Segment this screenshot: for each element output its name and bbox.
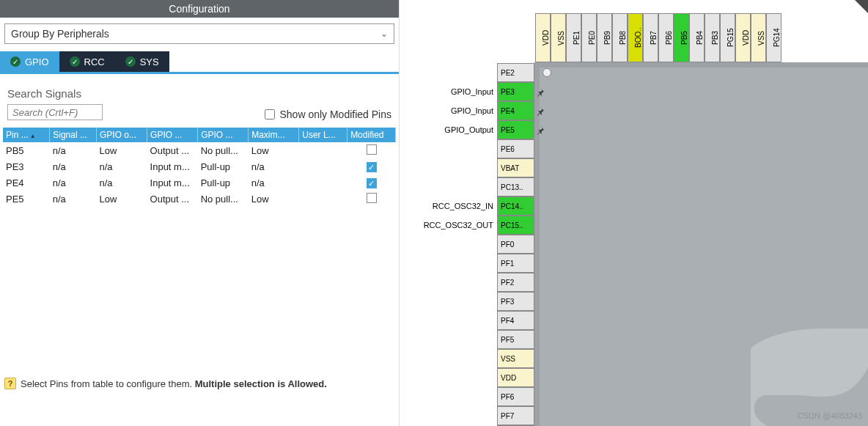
left-pin-row: PE2 — [497, 63, 534, 82]
table-row[interactable]: PE5n/aLowOutput ...No pull...Low — [3, 191, 396, 207]
top-pin-boo..[interactable]: BOO.. — [628, 13, 643, 62]
top-pin-pe1[interactable]: PE1 — [566, 13, 581, 62]
check-icon: ✓ — [125, 56, 136, 67]
show-modified-toggle[interactable]: Show only Modified Pins — [265, 109, 391, 120]
table-row[interactable]: PE4n/an/aInput m...Pull-upn/a✓ — [3, 175, 396, 191]
left-pin-row: PF5 — [497, 330, 534, 349]
search-title: Search Signals — [7, 87, 103, 100]
group-by-dropdown[interactable]: Group By Peripherals ⌄ — [4, 23, 394, 44]
st-logo-icon — [751, 316, 868, 426]
cell: n/a — [97, 175, 147, 191]
left-pin-pc13.[interactable]: PC13.. — [497, 177, 534, 197]
cell: Output ... — [147, 142, 198, 158]
checkbox-icon[interactable]: ✓ — [367, 162, 377, 172]
left-pin-vdd[interactable]: VDD — [497, 368, 534, 387]
tab-sys[interactable]: ✓ SYS — [115, 51, 169, 72]
left-pin-vss[interactable]: VSS — [497, 349, 534, 368]
top-pin-pb8[interactable]: PB8 — [612, 13, 628, 62]
left-pin-pc15.[interactable]: PC15.. — [497, 216, 534, 235]
watermark: CSDN @4083243 — [798, 411, 862, 420]
pushpin-icon — [536, 87, 545, 100]
top-pin-pb4[interactable]: PB4 — [689, 13, 705, 62]
tab-gpio[interactable]: ✓ GPIO — [0, 51, 59, 72]
check-icon: ✓ — [10, 56, 21, 67]
pin-function-label: RCC_OSC32_IN — [409, 202, 493, 210]
chevron-down-icon: ⌄ — [380, 29, 388, 39]
left-pin-row: GPIO_InputPE3 — [497, 82, 534, 101]
show-modified-label: Show only Modified Pins — [279, 109, 391, 120]
left-pin-row: VDD — [497, 368, 534, 387]
left-pin-pe3[interactable]: PE3 — [497, 82, 534, 101]
periph-tabs: ✓ GPIO ✓ RCC ✓ SYS — [0, 51, 399, 74]
hint-text: Select Pins from table to configure them… — [21, 378, 195, 389]
left-pin-pe4[interactable]: PE4 — [497, 101, 534, 120]
checkbox-icon[interactable] — [367, 144, 377, 155]
left-pin-row: PF7 — [497, 406, 534, 425]
config-title: Configuration — [0, 0, 399, 18]
pushpin-icon — [536, 106, 545, 119]
checkbox-icon[interactable] — [367, 193, 377, 203]
left-pin-pf4[interactable]: PF4 — [497, 311, 534, 330]
left-pin-pf6[interactable]: PF6 — [497, 387, 534, 406]
left-pin-pf2[interactable]: PF2 — [497, 273, 534, 292]
top-pin-vdd[interactable]: VDD — [535, 13, 551, 62]
top-pin-pg15[interactable]: PG15 — [720, 13, 735, 62]
left-pin-pf1[interactable]: PF1 — [497, 254, 534, 273]
col-header[interactable]: Modified — [347, 128, 396, 142]
left-pin-pc14.[interactable]: PC14.. — [497, 197, 534, 216]
table-row[interactable]: PE3n/an/aInput m...Pull-upn/a✓ — [3, 158, 396, 175]
top-pin-strip: VDDVSSPE1PE0PB9PB8BOO..PB7PB6PB5PB4PB3PG… — [535, 13, 781, 62]
left-pin-pf7[interactable]: PF7 — [497, 406, 534, 425]
left-pin-pe6[interactable]: PE6 — [497, 139, 534, 158]
collapse-icon[interactable] — [855, 0, 868, 13]
top-pin-vdd[interactable]: VDD — [735, 13, 751, 62]
cell: n/a — [50, 142, 97, 158]
col-header[interactable]: GPIO ... — [198, 128, 249, 142]
left-pin-vbat[interactable]: VBAT — [497, 158, 534, 177]
cell: PE4 — [3, 175, 50, 191]
col-header[interactable]: GPIO ... — [147, 128, 198, 142]
left-pin-row: VBAT — [497, 158, 534, 177]
col-header[interactable]: Maxim... — [249, 128, 299, 142]
top-pin-pb3[interactable]: PB3 — [705, 13, 720, 62]
hint-bold: Multiple selection is Allowed. — [195, 378, 327, 389]
col-header[interactable]: Signal ... — [50, 128, 97, 142]
col-header[interactable]: User L... — [299, 128, 347, 142]
left-pin-row: RCC_OSC32_INPC14.. — [497, 197, 534, 216]
col-header[interactable]: Pin ...▲ — [3, 128, 50, 142]
pinout-view[interactable]: VDDVSSPE1PE0PB9PB8BOO..PB7PB6PB5PB4PB3PG… — [425, 0, 868, 426]
left-pin-pf3[interactable]: PF3 — [497, 292, 534, 311]
left-pin-row: VSS — [497, 349, 534, 368]
show-modified-checkbox[interactable] — [265, 109, 275, 120]
cell: Output ... — [147, 191, 198, 207]
left-pin-row: PE6 — [497, 139, 534, 158]
checkbox-icon[interactable]: ✓ — [367, 178, 377, 188]
table-row[interactable]: PB5n/aLowOutput ...No pull...Low — [3, 142, 396, 158]
cell — [299, 142, 347, 158]
left-pin-pf0[interactable]: PF0 — [497, 235, 534, 254]
top-pin-pb9[interactable]: PB9 — [597, 13, 612, 62]
tab-rcc[interactable]: ✓ RCC — [59, 51, 115, 72]
left-pin-pe2[interactable]: PE2 — [497, 63, 534, 82]
top-pin-pb5[interactable]: PB5 — [674, 13, 689, 62]
cell: Input m... — [147, 175, 198, 191]
top-pin-vss[interactable]: VSS — [751, 13, 766, 62]
cell: n/a — [50, 158, 97, 175]
top-pin-vss[interactable]: VSS — [551, 13, 566, 62]
left-pin-pe5[interactable]: PE5 — [497, 120, 534, 139]
search-input[interactable] — [7, 104, 103, 120]
modified-cell[interactable] — [347, 142, 396, 158]
top-pin-pb7[interactable]: PB7 — [643, 13, 658, 62]
check-icon: ✓ — [70, 56, 80, 67]
modified-cell[interactable] — [347, 191, 396, 207]
left-pin-pf5[interactable]: PF5 — [497, 330, 534, 349]
cell: n/a — [249, 158, 299, 175]
top-pin-pe0[interactable]: PE0 — [581, 13, 597, 62]
modified-cell[interactable]: ✓ — [347, 175, 396, 191]
top-pin-pb6[interactable]: PB6 — [658, 13, 674, 62]
col-header[interactable]: GPIO o... — [97, 128, 147, 142]
hint-footer: ? Select Pins from table to configure th… — [4, 378, 327, 389]
cell: n/a — [50, 175, 97, 191]
modified-cell[interactable]: ✓ — [347, 158, 396, 175]
top-pin-pg14[interactable]: PG14 — [766, 13, 781, 62]
